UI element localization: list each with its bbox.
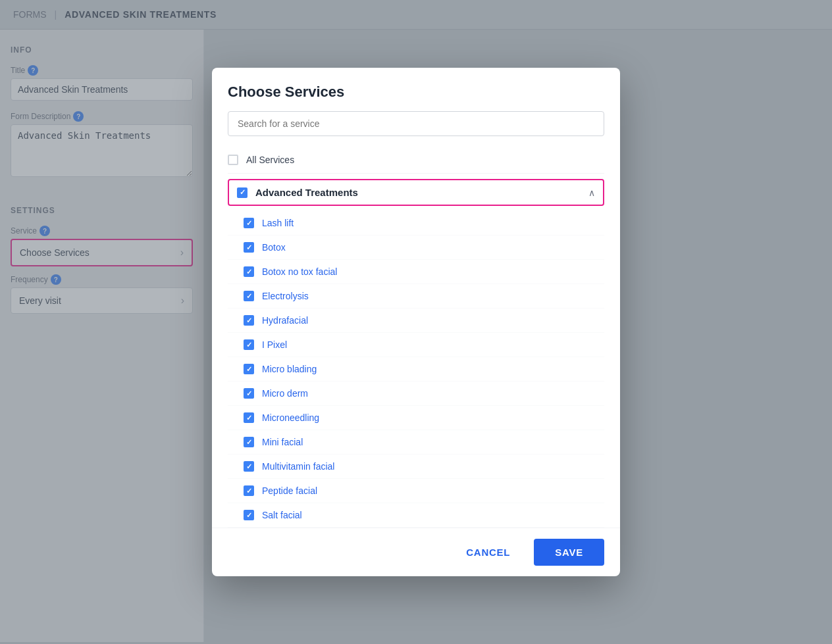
service-label: Peptide facial	[262, 485, 317, 496]
service-item[interactable]: Mini facial	[228, 430, 604, 455]
service-search-input[interactable]	[228, 111, 604, 136]
service-label: Mini facial	[262, 437, 303, 447]
service-item[interactable]: Botox no tox facial	[228, 260, 604, 284]
modal-header: Choose Services	[212, 68, 620, 111]
service-checkbox[interactable]	[244, 364, 254, 374]
service-checkbox[interactable]	[244, 218, 254, 228]
service-checkbox[interactable]	[244, 339, 254, 350]
service-item[interactable]: Lash lift	[228, 211, 604, 235]
modal-overlay: Choose Services All Services ✓ Advanced …	[0, 0, 832, 644]
service-item[interactable]: Micro blading	[228, 357, 604, 382]
service-checkbox[interactable]	[244, 437, 254, 447]
service-item[interactable]: Peptide facial	[228, 479, 604, 503]
service-label: Botox no tox facial	[262, 266, 337, 277]
service-item[interactable]: Botox	[228, 235, 604, 260]
service-label: I Pixel	[262, 339, 287, 350]
service-checkbox[interactable]	[244, 510, 254, 520]
service-label: Botox	[262, 242, 286, 253]
service-item[interactable]: Micro derm	[228, 382, 604, 406]
group-checkbox[interactable]: ✓	[237, 187, 247, 198]
group-label: Advanced Treatments	[255, 187, 588, 198]
all-services-label: All Services	[246, 155, 294, 165]
service-checkbox[interactable]	[244, 412, 254, 423]
service-checkbox[interactable]	[244, 388, 254, 399]
service-list: Lash liftBotoxBotox no tox facialElectro…	[228, 211, 604, 528]
service-checkbox[interactable]	[244, 291, 254, 301]
service-item[interactable]: Multivitamin facial	[228, 455, 604, 479]
cancel-button[interactable]: CANCEL	[453, 540, 523, 564]
service-label: Micro derm	[262, 388, 308, 399]
service-label: Microneedling	[262, 412, 319, 423]
service-item[interactable]: Hydrafacial	[228, 309, 604, 333]
service-item[interactable]: Microneedling	[228, 406, 604, 430]
service-item[interactable]: Salt facial	[228, 503, 604, 528]
modal-body[interactable]: All Services ✓ Advanced Treatments ∧ Las…	[212, 147, 620, 528]
service-label: Electrolysis	[262, 291, 309, 301]
service-checkbox[interactable]	[244, 485, 254, 496]
modal-footer: CANCEL SAVE	[212, 528, 620, 576]
modal-title: Choose Services	[228, 84, 604, 101]
service-label: Salt facial	[262, 510, 302, 520]
service-checkbox[interactable]	[244, 242, 254, 253]
all-services-row[interactable]: All Services	[228, 147, 604, 174]
modal-search-area	[212, 111, 620, 147]
service-checkbox[interactable]	[244, 266, 254, 277]
service-label: Lash lift	[262, 218, 294, 228]
service-checkbox[interactable]	[244, 461, 254, 472]
service-checkbox[interactable]	[244, 315, 254, 326]
service-item[interactable]: Electrolysis	[228, 284, 604, 309]
service-label: Hydrafacial	[262, 315, 308, 326]
service-label: Multivitamin facial	[262, 461, 334, 472]
all-services-checkbox[interactable]	[228, 155, 238, 165]
service-label: Micro blading	[262, 364, 317, 374]
advanced-treatments-group-header[interactable]: ✓ Advanced Treatments ∧	[228, 179, 604, 206]
service-item[interactable]: I Pixel	[228, 333, 604, 357]
group-collapse-icon[interactable]: ∧	[588, 187, 595, 198]
save-button[interactable]: SAVE	[534, 539, 604, 566]
choose-services-modal: Choose Services All Services ✓ Advanced …	[212, 68, 620, 576]
